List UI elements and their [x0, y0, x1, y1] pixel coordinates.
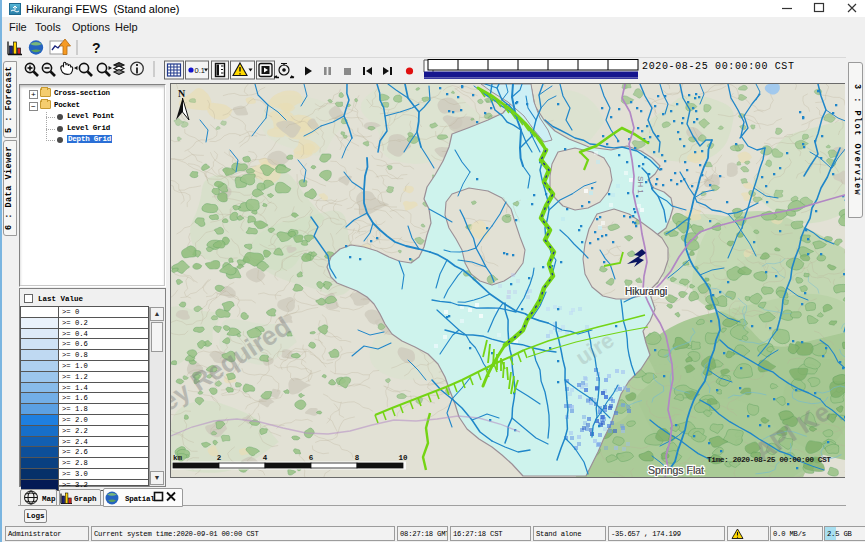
- svg-text:N: N: [178, 88, 186, 99]
- svg-text:4: 4: [263, 454, 268, 462]
- svg-text:10: 10: [398, 454, 408, 462]
- svg-text:8: 8: [355, 454, 360, 462]
- svg-text:?: ?: [92, 40, 101, 56]
- svg-text:Time: 2020-08-25 00:00:00 CST: Time: 2020-08-25 00:00:00 CST: [707, 455, 831, 464]
- svg-text:0.1: 0.1: [195, 66, 205, 75]
- svg-text:SH 1: SH 1: [636, 176, 645, 194]
- svg-text:km: km: [173, 454, 183, 462]
- svg-text:Hikurangi: Hikurangi: [625, 286, 667, 297]
- svg-text:Springs Flat: Springs Flat: [648, 464, 704, 476]
- svg-text:2020-08-25 00:00:00 CST: 2020-08-25 00:00:00 CST: [642, 61, 794, 72]
- svg-text:6: 6: [309, 454, 314, 462]
- svg-text:2: 2: [217, 454, 222, 462]
